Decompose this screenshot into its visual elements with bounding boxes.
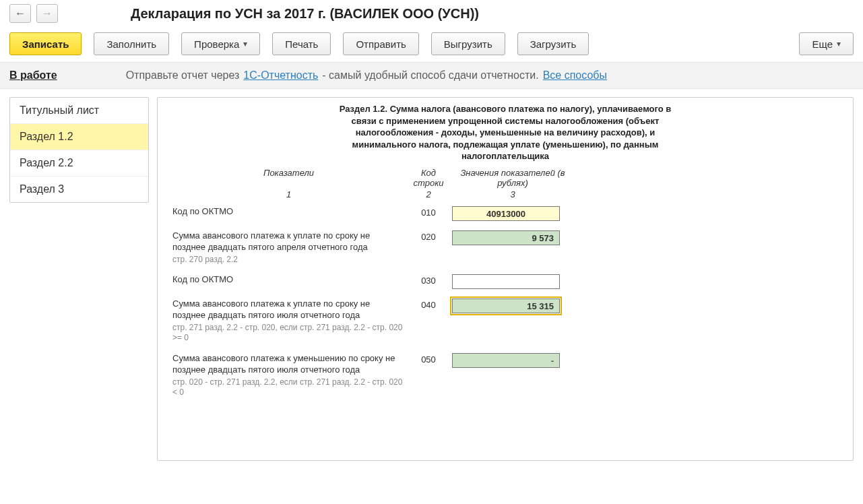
row-code: 020 (405, 230, 452, 242)
arrow-right-icon: → (42, 7, 53, 20)
caret-down-icon: ▾ (243, 39, 247, 49)
row-label: Код по ОКТМО (172, 206, 233, 216)
status-text-middle: - самый удобный способ сдачи отчетности. (322, 69, 538, 82)
more-button[interactable]: Еще▾ (799, 32, 854, 55)
side-tabs: Титульный лист Раздел 1.2 Раздел 2.2 Раз… (9, 97, 149, 203)
col-header-code: Код строки (405, 168, 452, 188)
section-title: Раздел 1.2. Сумма налога (авансового пла… (330, 103, 680, 162)
col-num-3: 3 (452, 189, 573, 199)
col-num-1: 1 (172, 189, 405, 199)
caret-down-icon: ▾ (837, 39, 841, 49)
status-text-prefix: Отправьте отчет через (126, 69, 240, 82)
row-code: 030 (405, 274, 452, 286)
row-code: 010 (405, 206, 452, 218)
content-panel: Раздел 1.2. Сумма налога (авансового пла… (157, 97, 854, 461)
tab-section-2-2[interactable]: Раздел 2.2 (10, 150, 148, 177)
col-header-values: Значения показателей (в рублях) (452, 168, 573, 188)
tab-section-3[interactable]: Раздел 3 (10, 177, 148, 202)
col-num-2: 2 (405, 189, 452, 199)
page-title: Декларация по УСН за 2017 г. (ВАСИЛЕК ОО… (131, 6, 479, 22)
row-sub: стр. 020 - стр. 271 разд. 2.2, если стр.… (172, 377, 405, 398)
row-code: 050 (405, 353, 452, 365)
save-button[interactable]: Записать (9, 32, 82, 55)
row-label: Код по ОКТМО (172, 274, 233, 284)
all-methods-link[interactable]: Все способы (543, 69, 607, 82)
reporting-link[interactable]: 1С-Отчетность (243, 69, 318, 82)
row-label: Сумма авансового платежа к уплате по сро… (172, 230, 370, 252)
oktmo-input-010[interactable]: 40913000 (452, 206, 560, 221)
tab-title-page[interactable]: Титульный лист (10, 98, 148, 124)
oktmo-input-030[interactable] (452, 274, 560, 289)
value-050[interactable]: - (452, 353, 560, 368)
nav-forward-button[interactable]: → (36, 4, 58, 23)
print-button[interactable]: Печать (272, 32, 331, 55)
check-button[interactable]: Проверка▾ (181, 32, 260, 55)
value-020[interactable]: 9 573 (452, 230, 560, 245)
fill-button[interactable]: Заполнить (94, 32, 169, 55)
row-sub: стр. 271 разд. 2.2 - стр. 020, если стр.… (172, 323, 405, 344)
row-label: Сумма авансового платежа к уплате по сро… (172, 298, 370, 320)
row-sub: стр. 270 разд. 2.2 (172, 255, 405, 265)
row-code: 040 (405, 298, 452, 310)
status-link[interactable]: В работе (9, 69, 57, 82)
import-button[interactable]: Загрузить (517, 32, 589, 55)
value-040[interactable]: 15 315 (452, 298, 560, 313)
arrow-left-icon: ← (15, 7, 26, 20)
col-header-indicators: Показатели (172, 168, 405, 188)
row-label: Сумма авансового платежа к уменьшению по… (172, 353, 395, 375)
send-button[interactable]: Отправить (343, 32, 418, 55)
nav-back-button[interactable]: ← (9, 4, 31, 23)
tab-section-1-2[interactable]: Раздел 1.2 (10, 124, 148, 150)
export-button[interactable]: Выгрузить (431, 32, 505, 55)
